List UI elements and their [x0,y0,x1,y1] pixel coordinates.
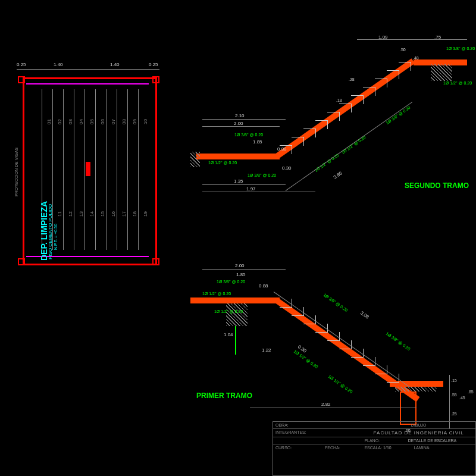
step-num: 03 [68,119,73,124]
dim-line [250,408,416,408]
left-support-hatch [190,152,200,167]
step-num: 07 [111,119,116,124]
step-num: 10 [143,119,148,124]
axis-label: PROYECCION DE VIGAS [14,148,18,196]
dim: 0.88 [277,146,287,152]
dim: 0.88 [259,283,268,289]
dim: .55 [451,393,457,397]
rebar-label: 1Ø 1/2" @ 0.20 [202,292,231,296]
dim-line [449,375,450,428]
dim: 3.85 [333,170,343,180]
dim: 2.82 [321,402,331,407]
rebar-label: 1Ø 1/2" @ 0.20 [208,161,237,165]
step-num: 02 [57,119,62,124]
step [315,120,328,129]
step-num: 01 [46,119,52,124]
dim-line [357,39,467,40]
column-line [235,326,236,355]
tread-line [117,89,117,250]
dim-line [286,102,413,191]
dim: 1.97 [246,186,256,192]
step-num: 06 [100,119,105,124]
step [363,87,375,96]
tread-line [106,89,107,250]
tread-line [74,89,74,250]
tb-facultad: FACULTAD DE INGENIERIA CIVIL [374,430,464,436]
room-sub2: N.P.T. = +0.50 [54,224,58,250]
step [375,79,387,87]
dim-line [202,192,315,192]
step [327,112,340,121]
dim: 3.08 [359,310,370,320]
plan-dim-line [17,69,159,70]
dim: 2.10 [235,113,245,118]
dim: 0.30 [282,165,292,171]
tread-line [84,89,85,250]
dim: 1.85 [253,139,262,145]
tread-line [138,89,139,250]
step [351,95,364,104]
plan-dim-4: 0.25 [149,62,158,67]
step-num: 14 [89,211,95,217]
tb-escala-val: 1/50 [383,446,392,450]
rebar-label: 1Ø 3/8" @ 0.20 [385,105,411,125]
rebar-label: 1Ø 3/8" @ 0.20 [446,46,475,51]
center-pier [86,162,90,176]
step-num: 18 [132,211,137,217]
dim-line [202,126,280,127]
plan-inner-line [26,83,149,84]
landing-slab [190,298,280,303]
dim: .50 [400,48,406,52]
tb-fecha: FECHA: [325,446,340,450]
step-num: 09 [132,119,137,124]
step-num: 17 [121,211,127,217]
step [399,62,411,71]
plan-dim-3: 1.40 [110,62,120,67]
dim: 1.04 [224,332,233,337]
tb-curso: CURSO: [275,446,292,450]
dim: 1.22 [262,347,271,353]
subbase-hatch [395,387,437,392]
plan-dim-2: 1.40 [54,62,63,67]
step-num: 05 [89,119,95,124]
tb-lamina: LAMINA: [414,446,430,450]
tb-escala: ESCALA: [364,446,382,450]
dim: .28 [349,77,355,82]
dim: 2.00 [235,263,245,268]
rebar-label: 1Ø 3/8" @ 0.20 [322,293,348,312]
rebar-label: 1Ø 3/8" @ 0.20 [248,173,276,177]
rebar-label: 1Ø 3/8" @ 0.20 [234,133,263,137]
title-block: OBRA: DIBUJO INTEGRANTES: FACULTAD DE IN… [273,421,476,476]
dim: .85 [468,390,474,394]
rebar-label: 1Ø 1/2" @ 0.20 [327,374,353,394]
dim-line [202,184,286,185]
dim: .18 [336,98,342,102]
dim-line [202,119,286,120]
room-sub1: PISO CEMENTO PULIDO [48,204,53,259]
rebar-label: 1Ø 1/2" @ 0.20 [214,309,243,314]
step [292,137,304,146]
rebar-label: 1Ø 1/2" @ 0.20 [443,81,472,85]
tb-detalle: DETALLE DE ESCALERA [392,439,473,443]
cad-drawing-canvas: 0.25 1.40 1.40 0.25 01 02 03 04 05 06 07… [0,0,476,476]
step-num: 16 [111,211,116,217]
rebar-label: 1Ø 3/8" @ 0.20 [385,331,411,351]
section2-title: SEGUNDO TRAMO [405,181,469,190]
step [303,129,316,137]
dim: .48 [413,56,419,60]
dim: 1.85 [236,272,246,277]
dim: 2.00 [234,121,243,126]
dim: 1.35 [234,178,243,184]
step-num: 08 [121,119,127,124]
plan-dim-1: 0.25 [17,62,26,67]
step-num: 15 [100,211,105,217]
tb-integrantes: INTEGRANTES: [275,430,306,434]
step [339,104,352,112]
step-num: 04 [79,119,84,124]
right-support-hatch [431,64,452,81]
tread-line [127,89,128,250]
step-num: 13 [79,211,84,217]
tb-obra: OBRA: [275,423,289,427]
dim: .25 [451,412,457,416]
dim: .45 [459,396,465,400]
